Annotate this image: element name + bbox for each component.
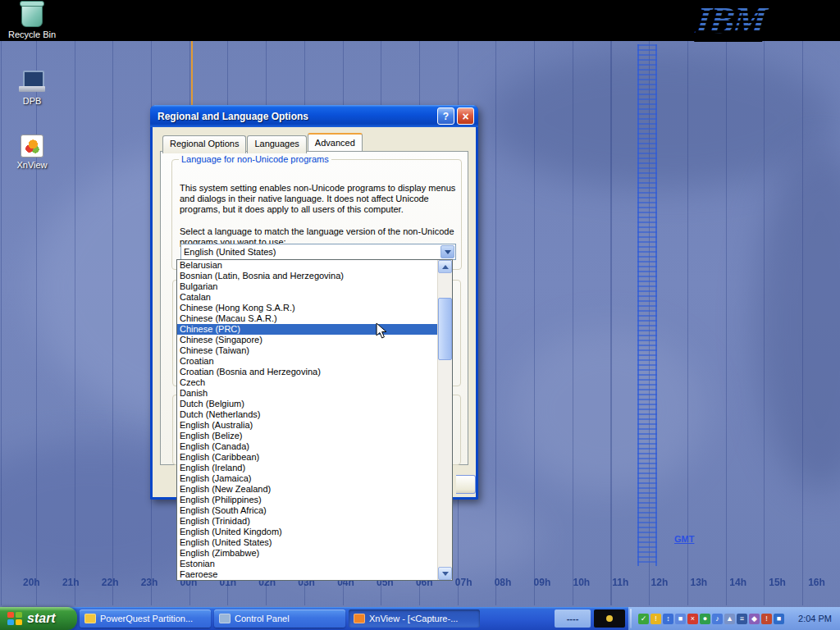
hour-label: 11h <box>612 577 628 588</box>
deskband[interactable]: ---- <box>555 609 591 628</box>
chevron-down-icon <box>445 250 451 254</box>
taskbar-buttons: PowerQuest Partition... Control Panel Xn… <box>80 609 480 628</box>
language-option[interactable]: Bulgarian <box>177 281 438 292</box>
language-option[interactable]: English (United Kingdom) <box>177 527 438 537</box>
language-combobox[interactable]: English (United States) <box>180 244 456 260</box>
language-option[interactable]: Dutch (Belgium) <box>177 399 438 409</box>
network-activity-icon[interactable]: ↕ <box>663 614 673 624</box>
description-paragraph: This system setting enables non-Unicode … <box>180 183 463 215</box>
update-shield-icon[interactable]: ! <box>651 614 661 624</box>
language-option[interactable]: Faeroese <box>177 569 438 580</box>
language-option[interactable]: English (South Africa) <box>177 505 438 516</box>
apply-button-fragment[interactable] <box>456 475 476 494</box>
hour-label: 15h <box>769 577 786 588</box>
dialog-title: Regional and Language Options <box>158 111 435 122</box>
language-option[interactable]: Danish <box>177 388 438 399</box>
arrow-up-icon <box>442 265 449 269</box>
close-button[interactable]: × <box>457 107 474 125</box>
language-option[interactable]: Chinese (Macau S.A.R.) <box>177 313 438 324</box>
language-option[interactable]: English (Jamaica) <box>177 473 438 484</box>
language-option[interactable]: English (Ireland) <box>177 463 438 473</box>
hour-label: 16h <box>808 577 825 588</box>
language-option[interactable]: English (New Zealand) <box>177 484 438 495</box>
combobox-value: English (United States) <box>184 247 276 257</box>
dialog-tabs: Regional OptionsLanguagesAdvanced <box>162 135 363 153</box>
dialog-tab[interactable]: Languages <box>247 135 306 153</box>
start-button[interactable]: start <box>0 607 77 630</box>
language-option[interactable]: English (United States) <box>177 537 438 548</box>
scheduler-icon[interactable]: ▲ <box>724 614 735 624</box>
language-option[interactable]: English (Trinidad) <box>177 516 438 527</box>
desktop-icon-xnview[interactable]: XnView <box>3 135 61 170</box>
taskbar-button-icon <box>84 614 96 623</box>
messenger-icon[interactable]: ● <box>700 614 710 624</box>
language-option[interactable]: Chinese (Singapore) <box>177 335 438 345</box>
desktop-icon-label: Recycle Bin <box>3 30 61 39</box>
clock: 2:04 PM <box>798 614 832 623</box>
language-option[interactable]: English (Canada) <box>177 441 438 452</box>
scroll-down-button[interactable] <box>438 567 452 580</box>
clipboard-icon[interactable]: ■ <box>774 614 784 624</box>
desktop-icon-dpb[interactable]: DPB <box>3 71 61 106</box>
antivirus-icon[interactable]: × <box>687 614 698 624</box>
timezone-marker-line <box>191 41 193 105</box>
language-option[interactable]: Chinese (Taiwan) <box>177 345 438 356</box>
language-option[interactable]: English (Belize) <box>177 431 438 441</box>
language-option[interactable]: Croatian (Bosnia and Herzegovina) <box>177 367 438 377</box>
mouse-cursor <box>376 322 387 343</box>
display-settings-icon[interactable]: ■ <box>675 614 686 624</box>
top-banner: IBM <box>0 0 840 41</box>
language-option[interactable]: English (Australia) <box>177 420 438 431</box>
language-option[interactable]: Croatian <box>177 356 438 367</box>
taskbar-button-icon <box>354 614 365 623</box>
help-button[interactable]: ? <box>437 107 454 125</box>
groupbox-title: Language for non-Unicode programs <box>179 154 331 164</box>
language-options: BelarusianBosnian (Latin, Bosnia and Her… <box>177 260 438 580</box>
taskbar-button-control-panel[interactable]: Control Panel <box>214 609 345 628</box>
hour-label: 14h <box>729 577 746 588</box>
alert-icon[interactable]: ! <box>761 614 772 624</box>
language-option[interactable]: Bosnian (Latin, Bosnia and Herzegovina) <box>177 271 438 281</box>
hour-label: 08h <box>495 577 512 588</box>
taskbar-button-xnview[interactable]: XnView - [<Capture-... <box>349 609 480 628</box>
language-option[interactable]: English (Caribbean) <box>177 452 438 463</box>
deskband-icon[interactable] <box>594 609 625 628</box>
scrollbar-thumb[interactable] <box>438 298 452 360</box>
hour-label: 23h <box>141 577 158 588</box>
language-option[interactable]: Catalan <box>177 292 438 303</box>
language-option[interactable]: Chinese (PRC) <box>177 324 438 335</box>
firewall-icon[interactable]: ≡ <box>737 614 747 624</box>
language-option[interactable]: Estonian <box>177 559 438 569</box>
hour-label: 07h <box>455 577 472 588</box>
taskbar-button-icon <box>219 614 231 623</box>
dialog-tab[interactable]: Advanced <box>308 133 363 151</box>
language-option[interactable]: English (Zimbabwe) <box>177 548 438 559</box>
combobox-dropdown-button[interactable] <box>441 245 454 258</box>
xnview-icon <box>21 135 43 158</box>
recycle-bin-icon <box>21 3 43 27</box>
language-dropdown-list: BelarusianBosnian (Latin, Bosnia and Her… <box>176 259 453 581</box>
safely-remove-icon[interactable]: ✓ <box>638 614 649 624</box>
hour-label: 13h <box>690 577 707 588</box>
screen: GMT 20h21h22h23h00h01h02h03h04h05h06h07h… <box>0 0 840 630</box>
dropdown-scrollbar[interactable] <box>437 260 452 580</box>
arrow-down-icon <box>442 572 449 576</box>
scroll-up-button[interactable] <box>438 260 452 273</box>
language-option[interactable]: Dutch (Netherlands) <box>177 409 438 420</box>
language-option[interactable]: English (Philippines) <box>177 495 438 505</box>
desktop-icon-recycle-bin[interactable]: Recycle Bin <box>3 3 61 39</box>
desktop-icon-label: XnView <box>3 160 61 170</box>
language-option[interactable]: Czech <box>177 377 438 388</box>
language-option[interactable]: Chinese (Hong Kong S.A.R.) <box>177 303 438 313</box>
hour-label: 10h <box>573 577 590 588</box>
language-option[interactable]: Belarusian <box>177 260 438 271</box>
volume-icon[interactable]: ♪ <box>712 614 723 624</box>
dialog-tab[interactable]: Regional Options <box>162 135 246 153</box>
graphics-icon[interactable]: ◆ <box>749 614 760 624</box>
ibm-logo: IBM <box>694 0 767 42</box>
dialog-titlebar[interactable]: Regional and Language Options ? × <box>150 105 478 127</box>
desktop-icon-label: DPB <box>3 96 61 106</box>
start-label: start <box>27 611 56 626</box>
hour-label: 21h <box>62 577 80 588</box>
taskbar-button-powerquest[interactable]: PowerQuest Partition... <box>80 609 211 628</box>
